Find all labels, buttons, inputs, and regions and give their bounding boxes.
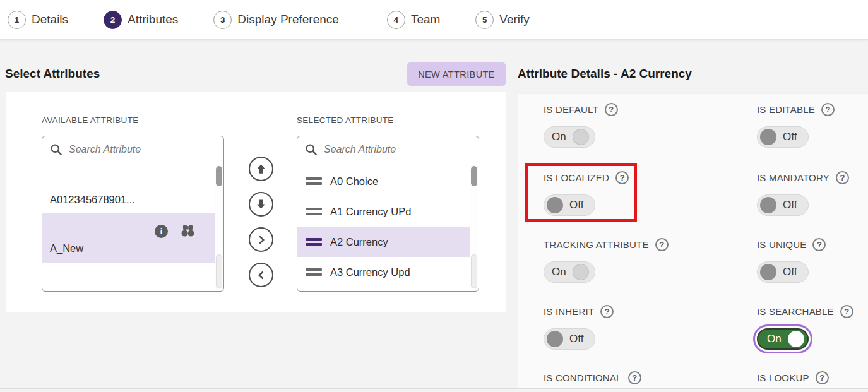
step-label: Team — [411, 13, 440, 27]
toggle-is-searchable[interactable]: On — [757, 328, 809, 350]
toggle-state-label: On — [767, 333, 782, 345]
list-item-selected[interactable]: i A_New — [42, 213, 215, 263]
toggle-state-label: On — [552, 266, 566, 278]
scrollbar-thumb-light[interactable] — [216, 254, 222, 288]
bottom-divider — [0, 388, 868, 389]
toggle-knob — [573, 129, 589, 145]
list-item-label: A0 Choice — [330, 175, 378, 187]
toggle-state-label: Off — [783, 266, 797, 278]
field-is-mandatory: IS MANDATORY ? Off — [757, 171, 849, 216]
toggle-knob — [788, 331, 804, 347]
drag-handle-icon[interactable] — [306, 208, 322, 215]
list-item-label: A1 Currency UPd — [330, 206, 411, 218]
help-icon[interactable]: ? — [655, 238, 669, 251]
field-label: IS UNIQUE — [757, 239, 806, 250]
search-icon — [50, 143, 62, 156]
chevron-right-icon — [256, 234, 267, 246]
attribute-picker-card: AVAILABLE ATTRIBUTE A012345678901... i — [6, 92, 506, 312]
new-attribute-button[interactable]: NEW ATTRIBUTE — [407, 62, 506, 86]
help-icon[interactable]: ? — [628, 371, 641, 384]
toggle-knob — [760, 129, 776, 145]
drag-handle-icon[interactable] — [306, 238, 322, 246]
step-details[interactable]: 1 Details — [8, 11, 68, 29]
step-number: 1 — [8, 11, 26, 29]
toggle-is-mandatory[interactable]: Off — [757, 194, 809, 216]
toggle-knob — [547, 331, 563, 347]
help-icon[interactable]: ? — [836, 171, 849, 184]
step-team[interactable]: 4 Team — [387, 11, 440, 29]
arrow-up-icon — [255, 163, 267, 175]
list-item[interactable]: A012345678901... — [42, 186, 215, 213]
toggle-is-inherit[interactable]: Off — [544, 328, 595, 350]
selected-search-row — [297, 136, 479, 163]
selected-search-input[interactable] — [324, 144, 471, 155]
field-label: IS DEFAULT — [544, 104, 598, 115]
toggle-knob — [547, 197, 563, 213]
step-label: Attributes — [128, 13, 178, 27]
list-item-label: A2 Currency — [330, 236, 388, 248]
available-attribute-label: AVAILABLE ATTRIBUTE — [42, 116, 139, 125]
help-icon[interactable]: ? — [600, 305, 614, 318]
list-item[interactable]: A0 Choice — [297, 166, 470, 196]
list-item[interactable]: A3 Currency Upd — [297, 257, 470, 287]
field-is-conditional: IS CONDITIONAL ? — [544, 371, 641, 384]
help-icon[interactable]: ? — [615, 171, 629, 184]
field-is-default: IS DEFAULT ? On — [544, 103, 618, 148]
field-is-editable: IS EDITABLE ? Off — [757, 103, 835, 148]
toggle-is-editable[interactable]: Off — [757, 126, 809, 148]
field-label: IS SEARCHABLE — [757, 306, 834, 317]
step-verify[interactable]: 5 Verify — [475, 11, 530, 29]
move-left-button[interactable] — [249, 263, 273, 287]
step-attributes[interactable]: 2 Attributes — [104, 11, 178, 29]
help-icon[interactable]: ? — [840, 305, 853, 318]
move-down-button[interactable] — [249, 192, 273, 217]
toggle-knob — [760, 264, 776, 280]
field-label: IS MANDATORY — [757, 172, 829, 183]
available-search-row — [42, 136, 223, 163]
scrollbar-track[interactable] — [215, 164, 223, 290]
info-icon[interactable]: i — [155, 225, 168, 238]
toggle-state-label: Off — [783, 199, 797, 211]
step-display-preference[interactable]: 3 Display Preference — [213, 11, 339, 29]
available-attribute-list: A012345678901... i A_New — [42, 163, 223, 291]
field-label: IS LOCALIZED — [544, 172, 609, 183]
help-icon[interactable]: ? — [605, 103, 618, 116]
available-search-input[interactable] — [69, 144, 216, 155]
field-is-localized: IS LOCALIZED ? Off — [544, 171, 629, 216]
scrollbar-thumb[interactable] — [471, 166, 477, 186]
list-item[interactable]: A1 Currency UPd — [297, 196, 470, 227]
toggle-is-unique[interactable]: Off — [757, 261, 809, 283]
field-is-unique: IS UNIQUE ? Off — [757, 238, 826, 283]
step-number: 5 — [475, 11, 494, 29]
binoculars-icon[interactable] — [181, 224, 195, 240]
selected-attribute-listbox: A0 Choice A1 Currency UPd A2 Currency A3… — [297, 136, 479, 292]
step-number: 4 — [387, 11, 405, 29]
scrollbar-track[interactable] — [470, 164, 478, 290]
help-icon[interactable]: ? — [821, 103, 835, 116]
move-right-button[interactable] — [249, 227, 273, 252]
drag-handle-icon[interactable] — [306, 268, 322, 276]
field-is-searchable: IS SEARCHABLE ? On — [757, 305, 853, 350]
move-up-button[interactable] — [249, 157, 273, 181]
toggle-is-default[interactable]: On — [544, 126, 595, 148]
toggle-tracking-attribute[interactable]: On — [544, 261, 595, 283]
scrollbar-thumb[interactable] — [216, 166, 222, 186]
arrow-down-icon — [255, 198, 267, 210]
toggle-is-localized[interactable]: Off — [544, 194, 595, 216]
list-item-selected[interactable]: A2 Currency — [297, 227, 470, 257]
attribute-details-title: Attribute Details - A2 Currency — [518, 67, 692, 81]
step-label: Display Preference — [237, 13, 339, 27]
toggle-state-label: Off — [569, 199, 583, 211]
wizard-stepper: 1 Details 2 Attributes 3 Display Prefere… — [0, 0, 868, 40]
chevron-left-icon — [256, 270, 267, 281]
attribute-details-panel: IS DEFAULT ? On IS EDITABLE ? Off IS LOC… — [518, 93, 868, 388]
help-icon[interactable]: ? — [816, 371, 829, 384]
field-label: IS INHERIT — [544, 306, 594, 317]
scrollbar-thumb-light[interactable] — [471, 254, 477, 288]
help-icon[interactable]: ? — [812, 238, 826, 251]
field-is-inherit: IS INHERIT ? Off — [544, 305, 614, 350]
step-number: 2 — [104, 11, 122, 29]
selected-attribute-label: SELECTED ATTRIBUTE — [297, 116, 394, 125]
drag-handle-icon[interactable] — [306, 177, 322, 185]
selected-attribute-list: A0 Choice A1 Currency UPd A2 Currency A3… — [297, 163, 479, 291]
